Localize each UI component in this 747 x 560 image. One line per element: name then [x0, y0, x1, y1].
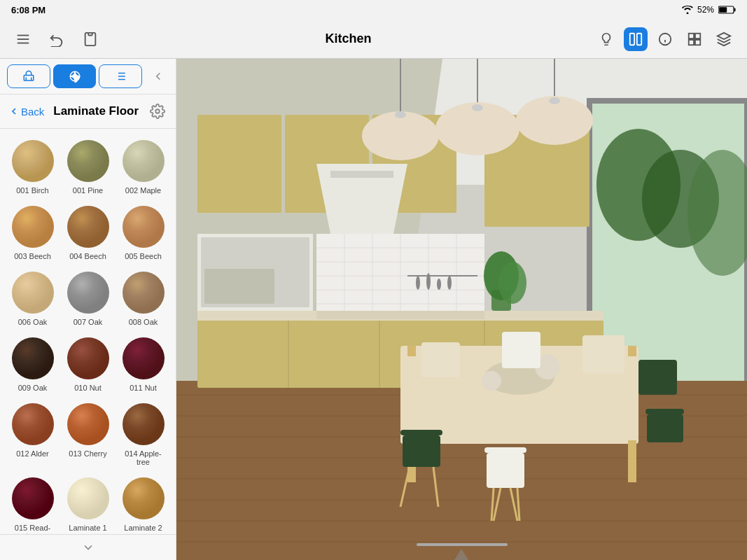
- lightbulb-button[interactable]: [594, 27, 618, 51]
- material-item-003-beech[interactable]: 003 Beech: [6, 200, 60, 265]
- material-item-007-oak[interactable]: 007 Oak: [61, 266, 115, 330]
- toolbar-left: [11, 27, 102, 51]
- svg-rect-68: [330, 171, 393, 178]
- tab-list[interactable]: [99, 64, 142, 88]
- svg-point-44: [123, 477, 165, 519]
- library-button[interactable]: [624, 27, 648, 51]
- svg-point-35: [123, 272, 165, 314]
- material-item-012-alder[interactable]: 012 Alder: [6, 398, 60, 470]
- svg-rect-128: [502, 332, 540, 368]
- material-sphere-007-oak: [66, 270, 111, 315]
- svg-point-9: [659, 33, 671, 45]
- svg-rect-15: [695, 39, 700, 44]
- material-grid: 001 Birch001 Pine002 Maple003 Beech004 B…: [0, 129, 176, 534]
- svg-rect-121: [403, 435, 440, 467]
- material-item-001-pine[interactable]: 001 Pine: [61, 134, 115, 199]
- svg-point-41: [123, 403, 165, 445]
- material-name-005-beech: 005 Beech: [125, 252, 162, 260]
- svg-point-28: [67, 140, 109, 182]
- material-item-001-birch[interactable]: 001 Birch: [6, 134, 60, 199]
- material-item-008-oak[interactable]: 008 Oak: [116, 266, 170, 330]
- svg-point-90: [416, 276, 420, 290]
- material-name-012-alder: 012 Alder: [16, 449, 48, 458]
- material-name-laminate-1: Laminate 1: [69, 524, 106, 532]
- material-item-015-read[interactable]: 015 Read-tree: [6, 472, 60, 534]
- status-time: 6:08 PM: [11, 5, 46, 15]
- info-button[interactable]: [653, 27, 677, 51]
- svg-rect-13: [695, 33, 700, 38]
- settings-button[interactable]: [148, 102, 167, 121]
- material-item-laminate-2[interactable]: Laminate 2: [116, 472, 170, 534]
- panel-tab-bar: [0, 59, 176, 94]
- material-name-010-nut: 010 Nut: [74, 384, 102, 392]
- panel-header: Back Laminate Floor: [0, 94, 176, 129]
- material-item-002-maple[interactable]: 002 Maple: [116, 134, 170, 199]
- top-toolbar: Kitchen: [0, 20, 747, 59]
- svg-point-27: [12, 140, 54, 182]
- material-item-004-beech[interactable]: 004 Beech: [61, 200, 115, 265]
- svg-rect-12: [689, 33, 694, 38]
- svg-rect-7: [630, 33, 634, 45]
- tab-materials[interactable]: [53, 64, 97, 88]
- svg-point-30: [12, 206, 54, 248]
- panel-collapse-button[interactable]: [148, 66, 169, 87]
- material-item-014-apple[interactable]: 014 Apple-tree: [116, 398, 170, 470]
- material-item-laminate-1[interactable]: Laminate 1: [61, 472, 115, 534]
- material-item-010-nut[interactable]: 010 Nut: [61, 332, 115, 396]
- svg-point-105: [549, 97, 560, 104]
- svg-rect-87: [204, 269, 274, 304]
- kitchen-scene: [176, 59, 747, 560]
- material-item-013-cherry[interactable]: 013 Cherry: [61, 398, 115, 470]
- material-sphere-005-beech: [121, 204, 166, 249]
- svg-rect-6: [88, 32, 92, 35]
- back-label: Back: [21, 106, 44, 118]
- svg-point-29: [123, 140, 165, 182]
- material-name-007-oak: 007 Oak: [74, 318, 103, 326]
- main-view: [176, 59, 747, 560]
- material-name-004-beech: 004 Beech: [69, 252, 106, 260]
- svg-point-39: [12, 403, 54, 445]
- material-name-002-maple: 002 Maple: [125, 186, 161, 195]
- material-sphere-009-oak: [11, 336, 55, 381]
- toolbar-right: [594, 27, 736, 51]
- material-name-009-oak: 009 Oak: [18, 384, 48, 392]
- material-item-006-oak[interactable]: 006 Oak: [6, 266, 60, 330]
- svg-point-91: [426, 273, 431, 290]
- material-sphere-008-oak: [121, 270, 166, 315]
- svg-rect-115: [487, 453, 524, 488]
- tab-furniture[interactable]: [7, 64, 50, 88]
- material-sphere-004-beech: [66, 204, 111, 249]
- clipboard-button[interactable]: [78, 27, 102, 51]
- material-sphere-013-cherry: [66, 402, 111, 447]
- svg-rect-1: [734, 8, 736, 12]
- material-name-003-beech: 003 Beech: [14, 252, 51, 260]
- svg-rect-88: [316, 311, 484, 319]
- svg-point-42: [12, 477, 54, 519]
- svg-point-98: [362, 111, 439, 160]
- material-name-laminate-2: Laminate 2: [124, 524, 162, 532]
- material-name-001-birch: 001 Birch: [16, 186, 48, 195]
- svg-rect-2: [719, 7, 727, 13]
- material-item-005-beech[interactable]: 005 Beech: [116, 200, 170, 265]
- svg-rect-8: [637, 33, 641, 45]
- svg-point-32: [123, 206, 165, 248]
- svg-point-40: [67, 403, 109, 445]
- undo-button[interactable]: [45, 27, 69, 51]
- svg-rect-14: [689, 39, 694, 44]
- svg-point-34: [67, 272, 109, 314]
- back-button[interactable]: Back: [8, 106, 44, 118]
- menu-button[interactable]: [11, 27, 35, 51]
- material-item-009-oak[interactable]: 009 Oak: [6, 332, 60, 396]
- svg-rect-109: [407, 346, 416, 356]
- material-item-011-nut[interactable]: 011 Nut: [116, 332, 170, 396]
- svg-point-31: [67, 206, 109, 248]
- material-name-006-oak: 006 Oak: [18, 318, 48, 326]
- material-name-011-nut: 011 Nut: [130, 384, 157, 392]
- material-sphere-laminate-2: [121, 476, 166, 521]
- scroll-down-button[interactable]: [0, 534, 176, 560]
- battery-icon: [718, 6, 736, 14]
- material-sphere-006-oak: [11, 270, 55, 315]
- svg-rect-110: [628, 346, 636, 356]
- view3d-button[interactable]: [712, 27, 736, 51]
- layout-button[interactable]: [683, 27, 706, 51]
